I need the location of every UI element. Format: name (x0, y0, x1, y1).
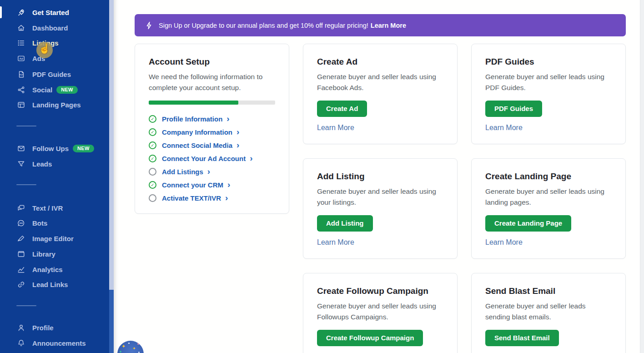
sidebar-scrollbar[interactable] (109, 0, 114, 353)
list-icon (16, 38, 25, 47)
sidebar-item-leads[interactable]: Leads (0, 156, 109, 171)
send-blast-email-button[interactable]: Send Blast Email (485, 330, 559, 346)
chevron-right-icon: › (250, 154, 252, 162)
create-followup-campaign-button[interactable]: Create Followup Campaign (317, 330, 423, 346)
send-blast-email-card: Send Blast Email Generate buyer and sell… (471, 273, 626, 353)
sidebar-item-dashboard[interactable]: Dashboard (0, 20, 109, 35)
card-description: Generate buyer and seller leads using yo… (317, 186, 443, 208)
sidebar: Get Started Dashboard Listings Ad Ads PD… (0, 0, 109, 353)
chevron-right-icon: › (226, 114, 229, 123)
sidebar-item-landing-pages[interactable]: Landing Pages (0, 97, 109, 112)
card-description: Generate buyer and seller leads using PD… (485, 71, 612, 93)
home-icon (16, 23, 25, 32)
setup-step[interactable]: ✓ Company Information › (149, 126, 275, 139)
learn-more-link[interactable]: Learn More (485, 238, 612, 247)
sidebar-item-profile[interactable]: Profile (0, 320, 109, 335)
sidebar-divider (16, 126, 36, 126)
learn-more-link[interactable]: Learn More (317, 238, 443, 247)
svg-text:PDF: PDF (19, 74, 23, 76)
create-ad-button[interactable]: Create Ad (317, 101, 367, 117)
funnel-icon (16, 159, 25, 168)
card-title: Add Listing (317, 171, 443, 182)
setup-step[interactable]: ✓ Profile Information › (149, 112, 275, 126)
sidebar-item-image-editor[interactable]: Image Editor (0, 231, 109, 246)
setup-steps-list: ✓ Profile Information › ✓ Company Inform… (149, 112, 275, 205)
link-icon (16, 280, 25, 289)
sidebar-scrollbar-thumb[interactable] (109, 0, 114, 290)
promo-banner-text: Sign Up or Upgrade to our annual plans a… (159, 22, 368, 29)
sidebar-item-follow-ups[interactable]: Follow Ups NEW (0, 141, 109, 156)
svg-text:Ad: Ad (19, 56, 23, 60)
sidebar-item-analytics[interactable]: Analytics (0, 262, 109, 277)
star-dot (137, 343, 139, 345)
add-listing-button[interactable]: Add Listing (317, 215, 373, 232)
sidebar-item-get-started[interactable]: Get Started (0, 5, 109, 20)
star-dot (120, 351, 121, 353)
card-description: Generate buyer and seller leads using la… (485, 186, 612, 208)
sidebar-item-library[interactable]: Library (0, 246, 109, 262)
star-dot (128, 343, 130, 344)
promo-learn-more-link[interactable]: Learn More (371, 22, 406, 29)
sidebar-item-bots[interactable]: Bots (0, 215, 109, 231)
chart-icon (16, 265, 25, 274)
setup-step[interactable]: ✓ Connect your CRM › (149, 178, 275, 192)
chevron-right-icon: › (236, 127, 239, 136)
box-icon (16, 249, 25, 258)
card-title: Send Blast Email (485, 286, 612, 296)
pdf-icon: PDF (16, 70, 25, 79)
page-scrollbar[interactable] (640, 0, 644, 353)
card-title: PDF Guides (485, 57, 612, 67)
create-ad-card: Create Ad Generate buyer and seller lead… (303, 44, 458, 144)
sidebar-item-lead-links[interactable]: Lead Links (0, 277, 109, 292)
sidebar-divider (16, 305, 36, 306)
window-icon (16, 100, 25, 109)
setup-progress-bar (149, 101, 275, 105)
sidebar-item-pdf-guides[interactable]: PDF PDF Guides (0, 66, 109, 82)
card-description: Generate buyer and seller leads using Fa… (317, 71, 443, 93)
setup-step[interactable]: ✓ Connect Your Ad Account › (149, 152, 275, 165)
cursor-overlay: ☝ (36, 42, 53, 58)
hand-cursor-icon: ☝ (39, 43, 50, 54)
setup-step[interactable]: Add Listings › (149, 165, 275, 178)
pdf-guides-card: PDF Guides Generate buyer and seller lea… (471, 44, 626, 144)
pdf-guides-button[interactable]: PDF Guides (485, 101, 542, 117)
create-landing-page-button[interactable]: Create Landing Page (485, 215, 571, 232)
learn-more-link[interactable]: Learn More (485, 124, 612, 132)
bell-icon (16, 338, 25, 348)
new-badge: NEW (73, 145, 94, 152)
ad-icon: Ad (16, 54, 25, 63)
new-badge: NEW (56, 86, 78, 94)
check-circle-icon: ✓ (149, 128, 156, 136)
sidebar-item-ads[interactable]: Ad Ads (0, 50, 109, 66)
chat-icon (16, 218, 25, 227)
mail-icon (16, 144, 25, 153)
account-setup-description: We need the following information to com… (149, 71, 275, 93)
sidebar-item-social[interactable]: Social NEW (0, 82, 109, 97)
chevron-right-icon: › (225, 193, 228, 202)
check-circle-icon: ✓ (149, 181, 156, 189)
card-description: Generate buyer and seller leads using Fo… (317, 301, 443, 323)
learn-more-link[interactable]: Learn More (317, 124, 443, 132)
sidebar-item-text-ivr[interactable]: Text / IVR (0, 200, 109, 216)
chevron-right-icon: › (236, 141, 239, 149)
check-circle-icon: ✓ (149, 155, 156, 162)
promo-banner: Sign Up or Upgrade to our annual plans a… (135, 14, 626, 36)
chevron-right-icon: › (207, 167, 210, 176)
main-content: Sign Up or Upgrade to our annual plans a… (114, 0, 644, 353)
create-landing-page-card: Create Landing Page Generate buyer and s… (471, 158, 626, 259)
sidebar-item-listings[interactable]: Listings (0, 35, 109, 50)
card-title: Create Ad (317, 57, 443, 67)
star-icon: ✦ (121, 343, 126, 349)
setup-step[interactable]: Activate TEXT/IVR › (149, 192, 275, 205)
lightning-bolt-icon (145, 21, 154, 30)
account-setup-title: Account Setup (149, 57, 275, 67)
chevron-right-icon: › (227, 180, 230, 189)
setup-step[interactable]: ✓ Connect Social Media › (149, 139, 275, 152)
person-icon (16, 323, 25, 332)
chat-widget-avatar[interactable]: ✦ ✦ (117, 341, 144, 353)
account-setup-card: Account Setup We need the following info… (135, 44, 289, 214)
star-icon: ✦ (132, 346, 136, 351)
empty-circle-icon (149, 168, 156, 176)
sms-icon (16, 203, 25, 212)
sidebar-item-announcements[interactable]: Announcements (0, 335, 109, 351)
